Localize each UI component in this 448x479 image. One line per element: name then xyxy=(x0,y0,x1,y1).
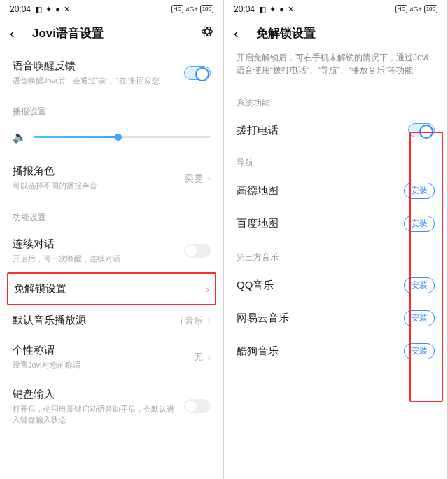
role-value: 奕雯 xyxy=(185,172,203,185)
status-time: 20:04 xyxy=(234,4,255,14)
page-description: 开启免解锁后，可在手机未解锁的情况下，通过Jovi语音使用“拨打电话”、“导航”… xyxy=(224,51,447,86)
back-icon[interactable]: ‹ xyxy=(234,25,246,41)
status-4g: 4G+ xyxy=(186,6,197,13)
unlock-settings-item[interactable]: 免解锁设置 › xyxy=(7,272,216,305)
chevron-right-icon: › xyxy=(207,173,211,184)
left-screen: 20:04 ◧ ✦ ● ✕ HD 4G+ 100 ‹ Jovi语音设置 语音唤醒… xyxy=(0,0,224,479)
status-time: 20:04 xyxy=(10,4,31,14)
volume-slider[interactable] xyxy=(34,136,211,138)
right-screen: 20:04 ◧ ✦ ● ✕ HD 4G+ 100 ‹ 免解锁设置 开启免解锁后，… xyxy=(224,0,448,479)
keyboard-toggle[interactable] xyxy=(184,399,211,413)
system-section-label: 系统功能 xyxy=(224,86,447,115)
wake-title: 语音唤醒反馈 xyxy=(13,60,177,73)
qq-title: QQ音乐 xyxy=(237,279,274,292)
status-indicators: ◧ ✦ ● ✕ xyxy=(259,5,295,14)
svg-point-0 xyxy=(202,29,213,34)
continuous-sub: 开启后，可一次唤醒，连续对话 xyxy=(13,254,177,264)
broadcast-role-item[interactable]: 播报角色 可以选择不同的播报声音 奕雯 › xyxy=(0,156,223,200)
title-bar: ‹ 免解锁设置 xyxy=(224,18,447,51)
page-title: Jovi语音设置 xyxy=(32,25,191,41)
wake-sub: 语音唤醒Jovi后，会通过“诶”、“在”来回应您 xyxy=(13,76,177,86)
nickname-title: 个性称谓 xyxy=(13,344,187,357)
volume-icon: 🔈 xyxy=(13,130,27,144)
status-4g: 4G+ xyxy=(410,6,421,13)
music-title: 默认音乐播放源 xyxy=(13,314,174,327)
continuous-title: 连续对话 xyxy=(13,237,177,251)
continuous-toggle[interactable] xyxy=(184,244,211,258)
gaode-title: 高德地图 xyxy=(237,184,279,197)
status-indicators: ◧ ✦ ● ✕ xyxy=(35,5,71,14)
keyboard-input-item: 键盘输入 打开后，使用电源键启动语音助手后，会默认进入键盘输入状态 xyxy=(0,380,223,434)
func-section-label: 功能设置 xyxy=(0,200,223,229)
wake-feedback-item: 语音唤醒反馈 语音唤醒Jovi后，会通过“诶”、“在”来回应您 xyxy=(0,51,223,95)
unlock-title: 免解锁设置 xyxy=(14,282,199,296)
status-battery: 100 xyxy=(424,5,438,13)
status-hd: HD xyxy=(396,5,408,13)
title-bar: ‹ Jovi语音设置 xyxy=(0,18,223,51)
netease-title: 网易云音乐 xyxy=(237,312,289,325)
nickname-item[interactable]: 个性称谓 设置Jovi对您的称谓 无 › xyxy=(0,335,223,379)
wake-toggle[interactable] xyxy=(184,66,211,80)
keyboard-title: 键盘输入 xyxy=(13,388,177,401)
chevron-right-icon: › xyxy=(206,284,209,295)
kugou-title: 酷狗音乐 xyxy=(237,345,279,358)
chevron-right-icon: › xyxy=(207,352,211,363)
status-battery: 100 xyxy=(200,5,214,13)
role-title: 播报角色 xyxy=(13,165,178,178)
highlight-column xyxy=(410,132,443,402)
atom-icon[interactable] xyxy=(201,25,214,41)
volume-slider-row: 🔈 xyxy=(0,123,223,156)
continuous-dialog-item: 连续对话 开启后，可一次唤醒，连续对话 xyxy=(0,229,223,272)
back-icon[interactable]: ‹ xyxy=(10,25,22,41)
chevron-right-icon: › xyxy=(207,315,211,326)
status-bar: 20:04 ◧ ✦ ● ✕ HD 4G+ 100 xyxy=(224,0,447,18)
role-sub: 可以选择不同的播报声音 xyxy=(13,181,178,191)
keyboard-sub: 打开后，使用电源键启动语音助手后，会默认进入键盘输入状态 xyxy=(13,404,177,426)
nickname-sub: 设置Jovi对您的称谓 xyxy=(13,360,187,370)
default-music-item[interactable]: 默认音乐播放源 i 音乐 › xyxy=(0,305,223,335)
music-value: i 音乐 xyxy=(181,314,204,327)
broadcast-section-label: 播报设置 xyxy=(0,95,223,123)
dial-title: 拨打电话 xyxy=(237,124,279,137)
baidu-title: 百度地图 xyxy=(237,217,279,230)
nickname-value: 无 xyxy=(194,351,203,363)
page-title: 免解锁设置 xyxy=(256,25,438,41)
status-bar: 20:04 ◧ ✦ ● ✕ HD 4G+ 100 xyxy=(0,0,223,18)
status-hd: HD xyxy=(172,5,184,13)
